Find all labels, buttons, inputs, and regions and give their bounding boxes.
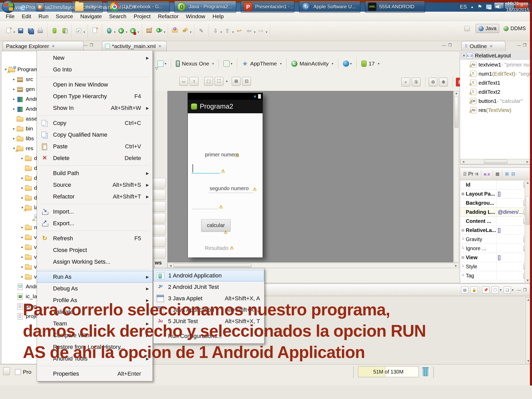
expand-all-icon[interactable]: ⊞ (505, 171, 509, 177)
tree-collapsed-icon[interactable]: ▸ (11, 87, 17, 91)
taskbar-button-apple-software-u[interactable]: ↻Apple Software U... (299, 1, 360, 13)
context-menu-item-close-project[interactable]: Close Project (37, 244, 152, 256)
chevron-down-icon[interactable]: ▾ (114, 30, 116, 34)
open-console-icon[interactable]: ❏ (504, 286, 511, 294)
tree-collapsed-icon[interactable]: ▸ (11, 97, 17, 101)
api-level-select[interactable]: 17▾ (360, 59, 381, 68)
layout-surface[interactable]: primer numero ⚠ ⚠ segundo numero ⚠ ⚠ cal… (188, 113, 263, 257)
orientation-select[interactable]: ▾ (222, 59, 234, 68)
expand-icon[interactable]: ⊞ (460, 192, 466, 196)
prevann-icon[interactable]: ⇧ (223, 27, 231, 35)
clear-console-icon[interactable]: ▤ (461, 286, 468, 294)
scroll-left-icon[interactable]: ◄ (462, 160, 465, 164)
context-menu-item-new[interactable]: New▶ (37, 52, 152, 64)
edittext-num1[interactable] (191, 173, 220, 174)
selection-mode-button[interactable]: ⬚ (204, 77, 213, 86)
tree-collapsed-icon[interactable]: ▸ (20, 255, 25, 259)
menu-search[interactable]: Search (105, 12, 130, 21)
pin-console-icon[interactable]: 📌 (482, 286, 489, 294)
zoom-fit-icon[interactable]: ⌕ (401, 78, 410, 87)
tree-collapsed-icon[interactable]: ▸ (20, 235, 25, 240)
device-select[interactable]: Nexus One▾ (174, 59, 215, 68)
activity-select[interactable]: CMainActivity▾ (290, 59, 335, 68)
locale-select[interactable]: ▾ (341, 59, 353, 68)
scroll-right-icon[interactable]: ► (526, 160, 529, 164)
taskbar-button-5554-android[interactable]: AND.5554:ANDROID (365, 1, 425, 13)
tree-collapsed-icon[interactable]: ▸ (11, 126, 17, 131)
tree-collapsed-icon[interactable]: ▸ (20, 264, 25, 269)
chevron-down-icon[interactable]: ▾ (232, 30, 234, 34)
taskbar-button-1-facebook-g[interactable]: (1) Facebook - G... (107, 1, 170, 13)
outline-item-num1[interactable]: T.⚠num1 (EditText) - "segu (460, 69, 530, 78)
menu-project[interactable]: Project (130, 12, 154, 21)
context-menu-item-open-in-new-window[interactable]: Open in New Window (37, 79, 152, 90)
media-player-button[interactable] (35, 2, 45, 12)
context-menu-item-delete[interactable]: ✕DeleteDelete (37, 152, 152, 164)
scroll-up-icon[interactable]: ▲ (454, 91, 459, 95)
tree-collapsed-icon[interactable]: ▸ (20, 225, 25, 230)
close-icon[interactable]: ✕ (52, 44, 55, 49)
taskbar-button-presentaci-n1[interactable]: PPresentación1 - ... (241, 1, 294, 13)
design-canvas[interactable]: ▼ Programa2 primer numero ⚠ ⚠ segundo nu… (168, 91, 453, 262)
new-icon[interactable]: ✦ (5, 27, 12, 35)
scroll-thumb[interactable] (455, 96, 458, 128)
context-menu-item-refresh[interactable]: ↻RefreshF5 (37, 232, 152, 244)
tree-collapsed-icon[interactable]: ▸ (20, 274, 25, 279)
outline-minmax[interactable]: —❐ (517, 43, 528, 48)
context-menu-item-copy[interactable]: CopyCtrl+C (37, 117, 152, 129)
context-menu-item-import[interactable]: Import... (37, 206, 152, 217)
theme-select[interactable]: ★AppTheme▾ (240, 59, 283, 68)
property-row-gravity[interactable]: └Gravity··· (460, 235, 531, 244)
nextann-icon[interactable]: ⇩ (212, 27, 220, 35)
chevron-down-icon[interactable]: ▾ (254, 30, 256, 34)
chevron-down-icon[interactable]: ▾ (14, 30, 15, 34)
tree-collapsed-icon[interactable]: ▸ (20, 176, 25, 180)
chevron-down-icon[interactable]: ▾ (164, 30, 165, 34)
snap-margins-button[interactable]: ⊡ (242, 77, 251, 86)
avd-icon[interactable] (61, 27, 68, 35)
back-icon[interactable]: ⇦ (245, 27, 253, 35)
outline-item-relativelayout[interactable]: ▾⊏⊐RelativeLayout (460, 51, 530, 60)
drag-handle[interactable] (353, 367, 354, 378)
network-icon[interactable] (486, 4, 492, 9)
outline-hscrollbar[interactable]: ◄ ► (460, 159, 530, 164)
outline-item-edittext1[interactable]: T.⚠editText1 (460, 78, 530, 87)
chevron-down-icon[interactable]: ▾ (266, 30, 267, 34)
chevron-down-icon[interactable]: ▾ (126, 30, 128, 34)
context-menu-item-show-in[interactable]: Show InAlt+Shift+W▶ (37, 102, 152, 114)
collapse-all-icon[interactable]: ⊟ (511, 171, 515, 177)
scroll-thumb[interactable] (174, 264, 251, 267)
property-row-id[interactable]: Id··· (460, 180, 531, 189)
property-value[interactable]: @dimen/... (496, 208, 523, 216)
property-row-content[interactable]: Content ...··· (460, 217, 531, 226)
fwd-icon[interactable]: ⇨ (257, 27, 265, 35)
fast-view-button[interactable] (3, 367, 10, 375)
scroll-left-icon[interactable]: ◄ (169, 264, 172, 268)
menu-window[interactable]: Window (182, 12, 209, 21)
zoom-reset-icon[interactable]: ① (412, 78, 421, 87)
opentype-icon[interactable] (171, 27, 179, 35)
tree-collapsed-icon[interactable]: ▸ (11, 77, 17, 82)
context-menu-item-go-into[interactable]: Go Into (37, 64, 152, 75)
textview-segundo-numero[interactable]: segundo numero (210, 185, 249, 191)
tree-collapsed-icon[interactable]: ▸ (20, 245, 25, 249)
scroll-thumb[interactable] (484, 160, 507, 163)
internet-explorer-button[interactable]: e (18, 2, 28, 12)
pin-icon[interactable]: ⇉ (475, 171, 478, 177)
language-indicator[interactable]: ES (460, 4, 467, 10)
menu-help[interactable]: Help (209, 12, 227, 21)
scroll-right-icon[interactable]: ► (454, 264, 458, 268)
tree-collapsed-icon[interactable]: ▸ (20, 185, 25, 190)
canvas-vscrollbar[interactable]: ▲ (454, 91, 459, 262)
zoom-out-icon[interactable]: ⊖ (429, 78, 437, 87)
property-row-tag[interactable]: └Tag··· (460, 271, 531, 280)
property-row-backgrou[interactable]: Backgrou...··· (460, 198, 531, 208)
context-menu-item-assign-working-sets[interactable]: Assign Working Sets... (37, 256, 152, 268)
lastedit-icon[interactable]: ↩ (235, 27, 243, 35)
scroll-up-icon[interactable]: ▲ (525, 181, 530, 184)
outline-item-res[interactable]: Ab⚠res (TextView) (460, 105, 530, 115)
sdk-icon[interactable]: ↓ (51, 27, 58, 35)
property-value[interactable] (496, 244, 523, 253)
close-icon[interactable]: ✕ (490, 44, 493, 49)
collapse-icon[interactable]: ⊟ (460, 255, 466, 260)
